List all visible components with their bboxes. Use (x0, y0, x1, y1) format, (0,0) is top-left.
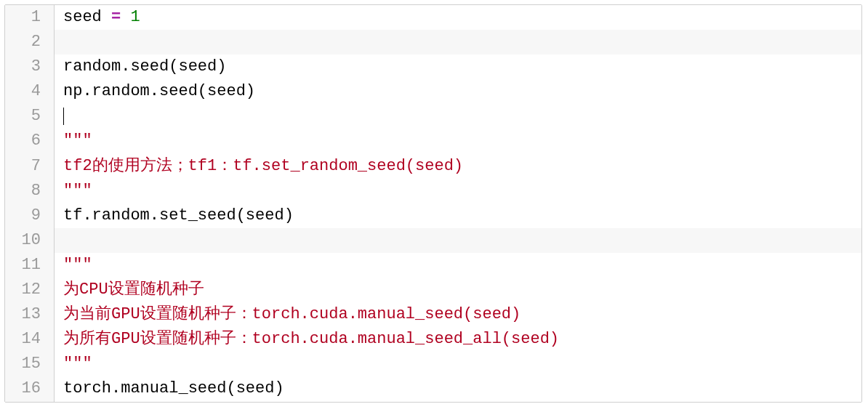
code-line-8: 8 """ (5, 179, 861, 203)
code-text[interactable]: """ (55, 253, 861, 278)
code-line-1: 1 seed = 1 (5, 5, 861, 30)
code-line-11: 11 """ (5, 253, 861, 278)
line-number: 9 (5, 203, 55, 228)
code-text[interactable]: 为当前GPU设置随机种子：torch.cuda.manual_seed(seed… (55, 302, 861, 327)
string-token: 为CPU设置随机种子 (63, 280, 204, 299)
code-line-3: 3 random.seed(seed) (5, 54, 861, 79)
operator-token: = (111, 8, 121, 26)
string-token: """ (63, 182, 92, 200)
code-line-6: 6 """ (5, 129, 861, 153)
line-number: 15 (5, 352, 55, 376)
code-text[interactable]: random.seed(seed) (55, 54, 861, 79)
string-token: 为所有GPU设置随机种子：torch.cuda.manual_seed_all(… (63, 330, 559, 348)
code-line-12: 12 为CPU设置随机种子 (5, 278, 861, 302)
code-block: 1 seed = 1 2 3 random.seed(seed) 4 np.ra… (4, 4, 862, 403)
code-text[interactable]: """ (55, 179, 861, 203)
code-text[interactable]: torch.manual_seed(seed) (55, 376, 861, 401)
code-line-7: 7 tf2的使用方法；tf1：tf.set_random_seed(seed) (5, 154, 861, 179)
line-number: 8 (5, 179, 55, 203)
line-number: 2 (5, 30, 55, 54)
string-token: """ (63, 132, 92, 150)
code-text[interactable]: seed = 1 (55, 5, 861, 30)
line-number: 3 (5, 54, 55, 79)
code-line-5: 5 (5, 104, 861, 129)
code-text[interactable]: np.random.seed(seed) (55, 79, 861, 104)
code-text[interactable]: 为所有GPU设置随机种子：torch.cuda.manual_seed_all(… (55, 327, 861, 352)
code-line-14: 14 为所有GPU设置随机种子：torch.cuda.manual_seed_a… (5, 327, 861, 352)
line-number: 12 (5, 278, 55, 302)
code-token: seed (63, 8, 111, 26)
code-text[interactable]: 为CPU设置随机种子 (55, 278, 861, 302)
string-token: tf2的使用方法；tf1：tf.set_random_seed(seed) (63, 157, 463, 175)
code-token (121, 8, 130, 26)
code-text[interactable] (55, 104, 861, 129)
code-line-16: 16 torch.manual_seed(seed) (5, 376, 861, 401)
line-number: 4 (5, 79, 55, 104)
string-token: """ (63, 355, 92, 373)
code-line-4: 4 np.random.seed(seed) (5, 79, 861, 104)
line-number: 14 (5, 327, 55, 352)
string-token: """ (63, 256, 92, 274)
line-number: 16 (5, 376, 55, 401)
code-line-15: 15 """ (5, 352, 861, 376)
line-number: 1 (5, 5, 55, 30)
code-line-13: 13 为当前GPU设置随机种子：torch.cuda.manual_seed(s… (5, 302, 861, 327)
code-text[interactable]: tf.random.set_seed(seed) (55, 203, 861, 228)
code-line-9: 9 tf.random.set_seed(seed) (5, 203, 861, 228)
line-number: 6 (5, 129, 55, 153)
line-number: 10 (5, 228, 55, 253)
line-number: 13 (5, 302, 55, 327)
line-number: 5 (5, 104, 55, 129)
text-cursor (63, 108, 64, 125)
code-text[interactable]: """ (55, 352, 861, 376)
code-line-10: 10 (5, 228, 861, 253)
number-token: 1 (130, 8, 140, 26)
string-token: 为当前GPU设置随机种子：torch.cuda.manual_seed(seed… (63, 305, 521, 323)
code-text[interactable]: tf2的使用方法；tf1：tf.set_random_seed(seed) (55, 154, 861, 179)
code-line-2: 2 (5, 30, 861, 54)
line-number: 11 (5, 253, 55, 278)
code-text[interactable]: """ (55, 129, 861, 153)
line-number: 7 (5, 154, 55, 179)
